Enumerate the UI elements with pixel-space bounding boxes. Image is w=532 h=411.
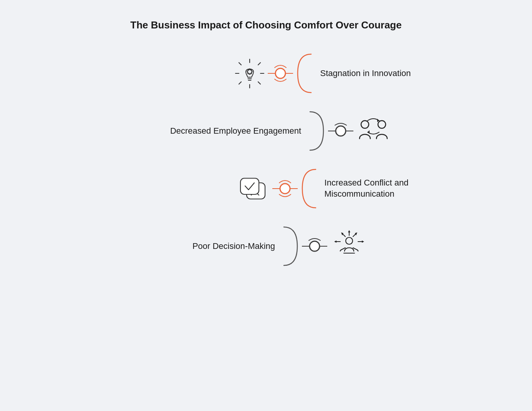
label-decision: Poor Decision-Making	[192, 241, 275, 252]
label-innovation: Stagnation in Innovation	[320, 68, 411, 79]
row-innovation: Stagnation in Innovation	[232, 50, 411, 96]
svg-point-30	[280, 184, 290, 194]
bracket-left-4: Poor Decision-Making	[192, 223, 301, 269]
label-engagement: Decreased Employee Engagement	[170, 126, 301, 137]
checkx-icon	[235, 171, 272, 207]
svg-point-34	[310, 241, 320, 251]
row-engagement: Decreased Employee Engagement	[170, 108, 393, 154]
orange-connector-3	[272, 175, 298, 202]
orange-connector-1	[267, 60, 294, 87]
svg-line-4	[239, 63, 241, 65]
people-icon	[354, 112, 393, 150]
decision-icon	[328, 225, 370, 267]
bracket-right-3: Increased Conflict andMiscommunication	[298, 166, 409, 212]
svg-point-18	[336, 126, 346, 136]
page-title: The Business Impact of Choosing Comfort …	[130, 19, 401, 31]
svg-point-36	[346, 237, 353, 244]
row-conflict: Increased Conflict andMiscommunication	[235, 166, 409, 212]
main-container: The Business Impact of Choosing Comfort …	[0, 0, 532, 411]
dark-connector-4	[301, 233, 328, 260]
svg-marker-43	[362, 240, 364, 243]
dark-connector-2	[327, 118, 354, 144]
svg-marker-47	[334, 240, 336, 243]
label-conflict: Increased Conflict andMiscommunication	[325, 177, 409, 199]
lightbulb-icon	[232, 56, 267, 91]
bracket-left-2: Decreased Employee Engagement	[170, 108, 327, 154]
svg-point-21	[378, 121, 386, 128]
bracket-right-1: Stagnation in Innovation	[294, 50, 411, 96]
row-decision: Poor Decision-Making	[192, 223, 370, 269]
svg-line-6	[258, 63, 260, 65]
svg-rect-27	[240, 178, 259, 194]
svg-line-5	[258, 82, 260, 84]
svg-point-14	[275, 68, 285, 78]
svg-point-20	[361, 121, 369, 128]
svg-line-7	[239, 82, 241, 84]
svg-marker-39	[348, 230, 350, 232]
